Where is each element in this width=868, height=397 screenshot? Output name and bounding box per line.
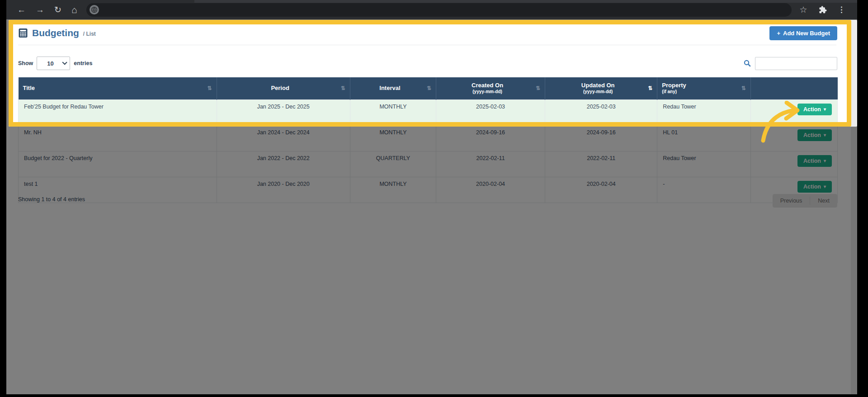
action-button[interactable]: Action▾ [797, 155, 832, 167]
previous-button[interactable]: Previous [773, 194, 810, 208]
caret-down-icon: ▾ [824, 184, 826, 189]
table-row: Budget for 2022 - QuarterlyJan 2022 - De… [19, 151, 838, 177]
caret-down-icon: ▾ [824, 158, 826, 163]
cell-property: Redau Tower [657, 151, 751, 177]
back-icon[interactable]: ← [17, 5, 26, 14]
cell-interval: MONTHLY [350, 125, 436, 151]
entries-summary: Showing 1 to 4 of 4 entries [18, 196, 85, 203]
refresh-icon[interactable]: ↻ [54, 5, 61, 14]
highlight-frame [9, 20, 851, 127]
address-bar[interactable] [86, 3, 792, 17]
next-button[interactable]: Next [810, 194, 837, 208]
cell-updated-on: 2024-09-16 [545, 125, 657, 151]
bookmark-star-icon[interactable]: ☆ [800, 5, 807, 15]
scrollbar[interactable] [851, 19, 857, 394]
home-icon[interactable]: ⌂ [71, 5, 77, 14]
cell-period: Jan 2022 - Dec 2022 [217, 151, 350, 177]
extensions-puzzle-icon[interactable] [818, 5, 827, 14]
pagination: Previous Next [773, 194, 837, 208]
browser-menu-icon[interactable]: ⋮ [838, 5, 845, 14]
cell-updated-on: 2022-02-11 [545, 151, 657, 177]
browser-toolbar: ← → ↻ ⌂ ☆ ⋮ [6, 0, 857, 19]
cell-property: HL 01 [657, 125, 751, 151]
cell-created-on: 2024-09-16 [436, 125, 545, 151]
cell-created-on: 2022-02-11 [436, 151, 545, 177]
caret-down-icon: ▾ [824, 132, 826, 137]
globe-icon [90, 5, 99, 14]
cell-period: Jan 2024 - Dec 2024 [217, 125, 350, 151]
tutorial-arrow-icon [743, 101, 816, 155]
window-frame-strip [194, 0, 857, 3]
table-row: Mr. NHJan 2024 - Dec 2024MONTHLY2024-09-… [19, 125, 838, 151]
forward-icon[interactable]: → [36, 5, 44, 14]
cell-title: Mr. NH [19, 125, 217, 151]
page-viewport: Budgeting / List + Add New Budget Show 1… [6, 19, 857, 394]
cell-interval: QUARTERLY [350, 151, 436, 177]
cell-title: Budget for 2022 - Quarterly [19, 151, 217, 177]
action-button[interactable]: Action▾ [797, 181, 832, 193]
